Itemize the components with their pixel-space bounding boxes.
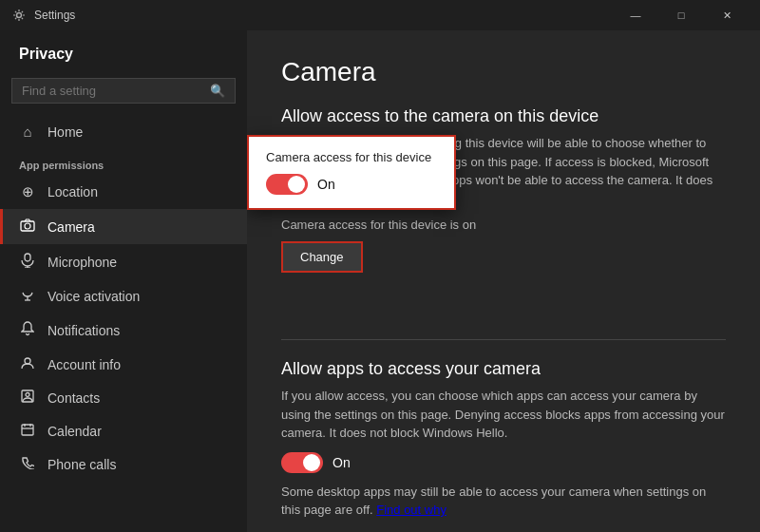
sidebar-privacy-header: Privacy xyxy=(0,30,247,70)
contacts-label: Contacts xyxy=(48,390,100,406)
settings-icon xyxy=(11,8,27,23)
sidebar-item-location[interactable]: ⊕ Location xyxy=(0,175,247,209)
apps-toggle-knob xyxy=(303,454,320,471)
phone-icon xyxy=(19,456,36,472)
sidebar-item-contacts[interactable]: Contacts xyxy=(0,381,247,414)
search-input[interactable] xyxy=(22,84,210,98)
svg-rect-3 xyxy=(25,254,30,261)
popup-toggle-row: On xyxy=(266,174,437,195)
sidebar-item-notifications[interactable]: Notifications xyxy=(0,313,247,348)
notifications-label: Notifications xyxy=(48,323,120,338)
sidebar: Privacy 🔍 ⌂ Home App permissions ⊕ Locat… xyxy=(0,30,247,532)
home-icon: ⌂ xyxy=(19,124,36,140)
search-box[interactable]: 🔍 xyxy=(11,78,236,104)
camera-label: Camera xyxy=(48,219,95,235)
location-icon: ⊕ xyxy=(19,183,36,200)
find-out-why-link[interactable]: Find out why xyxy=(376,503,446,517)
change-button[interactable]: Change xyxy=(281,241,363,273)
notifications-icon xyxy=(19,321,36,339)
account-icon xyxy=(19,356,36,372)
phone-calls-label: Phone calls xyxy=(48,457,116,472)
contacts-icon xyxy=(19,390,36,406)
svg-point-0 xyxy=(17,13,22,18)
section2-heading: Allow apps to access your camera xyxy=(281,359,726,379)
calendar-icon xyxy=(19,423,36,439)
title-bar: Settings — □ ✕ xyxy=(0,0,760,30)
search-icon: 🔍 xyxy=(210,84,225,98)
sidebar-item-camera[interactable]: Camera xyxy=(0,209,247,244)
account-info-label: Account info xyxy=(48,357,121,372)
apps-toggle-row: On xyxy=(281,452,726,473)
sidebar-item-account-info[interactable]: Account info xyxy=(0,348,247,381)
maximize-button[interactable]: □ xyxy=(659,0,703,30)
sidebar-item-phone-calls[interactable]: Phone calls xyxy=(0,447,247,481)
voice-icon xyxy=(19,288,36,304)
sidebar-item-home[interactable]: ⌂ Home xyxy=(0,115,247,148)
popup-toggle[interactable] xyxy=(266,174,308,195)
divider1 xyxy=(281,339,726,340)
app-body: Privacy 🔍 ⌂ Home App permissions ⊕ Locat… xyxy=(0,30,760,532)
camera-icon xyxy=(19,218,36,236)
minimize-button[interactable]: — xyxy=(614,0,657,30)
svg-rect-11 xyxy=(22,425,33,435)
page-title: Camera xyxy=(281,57,726,87)
calendar-label: Calendar xyxy=(48,424,102,439)
apps-access-toggle[interactable] xyxy=(281,452,323,473)
popup-label: Camera access for this device xyxy=(266,150,437,164)
svg-point-8 xyxy=(25,358,30,364)
apps-toggle-label: On xyxy=(332,455,351,470)
svg-point-10 xyxy=(26,393,29,397)
microphone-icon xyxy=(19,253,36,271)
section1-heading: Allow access to the camera on this devic… xyxy=(281,106,726,126)
microphone-label: Microphone xyxy=(48,255,117,270)
app-permissions-label: App permissions xyxy=(0,148,247,175)
voice-activation-label: Voice activation xyxy=(48,289,140,304)
svg-point-2 xyxy=(25,223,30,229)
popup-toggle-label: On xyxy=(317,177,335,192)
bottom-note: Some desktop apps may still be able to a… xyxy=(281,483,726,520)
close-button[interactable]: ✕ xyxy=(705,0,749,30)
sidebar-item-calendar[interactable]: Calendar xyxy=(0,414,247,447)
main-content: Camera Allow access to the camera on thi… xyxy=(247,30,760,532)
home-label: Home xyxy=(48,124,83,140)
popup-toggle-knob xyxy=(288,176,305,193)
window-controls: — □ ✕ xyxy=(614,0,749,30)
camera-access-popup: Camera access for this device On xyxy=(247,135,456,210)
sidebar-item-microphone[interactable]: Microphone xyxy=(0,244,247,279)
app-title: Settings xyxy=(34,9,614,22)
sidebar-item-voice-activation[interactable]: Voice activation xyxy=(0,279,247,313)
access-note: Camera access for this device is on xyxy=(281,218,726,232)
location-label: Location xyxy=(48,184,98,200)
section2-desc: If you allow access, you can choose whic… xyxy=(281,387,726,443)
